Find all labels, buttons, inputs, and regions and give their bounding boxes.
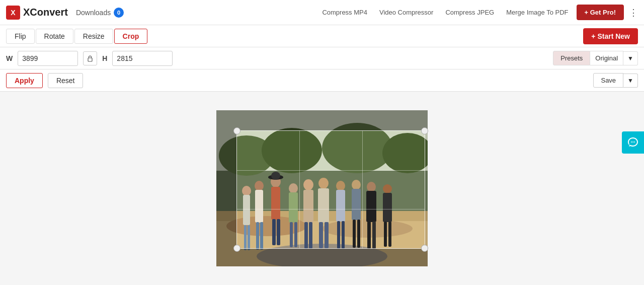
rotate-tool-button[interactable]: Rotate <box>36 29 73 44</box>
crop-tool-button[interactable]: Crop <box>114 29 148 44</box>
lock-aspect-button[interactable] <box>83 51 97 65</box>
action-row: Apply Reset Save ▼ <box>0 69 644 92</box>
logo-icon: X <box>6 6 20 20</box>
chat-widget-button[interactable] <box>622 131 644 154</box>
nav-links: Compress MP4 Video Compressor Compress J… <box>322 9 568 16</box>
grid-line-h2 <box>237 209 425 209</box>
width-input[interactable] <box>18 51 78 66</box>
nav-compress-mp4[interactable]: Compress MP4 <box>322 9 367 16</box>
crop-overlay-right <box>425 130 428 249</box>
width-label: W <box>6 54 13 62</box>
crop-box[interactable] <box>236 130 425 249</box>
presets-dropdown-button[interactable]: ▼ <box>623 51 638 65</box>
canvas-area <box>0 92 644 285</box>
reset-button[interactable]: Reset <box>48 73 84 88</box>
nav-compress-jpeg[interactable]: Compress JPEG <box>445 9 494 16</box>
logo-area: X XConvert <box>6 6 68 20</box>
grid-line-v2 <box>362 131 363 248</box>
save-dropdown-button[interactable]: ▼ <box>623 74 638 88</box>
svg-rect-0 <box>88 58 92 61</box>
height-input[interactable] <box>112 51 173 66</box>
crop-handle-bottom-left[interactable] <box>233 245 240 252</box>
downloads-button[interactable]: Downloads 0 <box>76 8 124 18</box>
nav-video-compressor[interactable]: Video Compressor <box>379 9 433 16</box>
crop-overlay-left <box>216 130 236 249</box>
apply-button[interactable]: Apply <box>6 73 43 88</box>
original-button[interactable]: Original <box>590 51 623 65</box>
crop-overlay-bottom <box>216 249 428 266</box>
toolbar: Flip Rotate Resize Crop + Start New <box>0 25 644 47</box>
grid-line-v1 <box>299 131 300 248</box>
start-new-button[interactable]: + Start New <box>583 28 638 44</box>
presets-button[interactable]: Presets <box>553 51 590 65</box>
logo-text: XConvert <box>23 7 68 18</box>
crop-grid <box>237 131 425 248</box>
resize-tool-button[interactable]: Resize <box>74 29 113 44</box>
get-pro-button[interactable]: + Get Pro! <box>577 5 624 20</box>
presets-area: Presets Original ▼ <box>553 51 638 65</box>
save-button[interactable]: Save <box>593 73 623 88</box>
image-wrapper <box>216 110 428 266</box>
nav-merge-image-pdf[interactable]: Merge Image To PDF <box>506 9 568 16</box>
lock-icon <box>87 55 94 62</box>
crop-handle-bottom-right[interactable] <box>421 245 428 252</box>
height-label: H <box>102 54 107 62</box>
chat-icon <box>627 136 639 149</box>
crop-handle-top-left[interactable] <box>233 127 240 134</box>
downloads-badge: 0 <box>114 8 124 18</box>
header: X XConvert Downloads 0 Compress MP4 Vide… <box>0 0 644 25</box>
grid-line-h1 <box>237 170 425 171</box>
svg-point-55 <box>632 141 633 142</box>
controls-row: W H Presets Original ▼ <box>0 47 644 69</box>
crop-handle-top-right[interactable] <box>421 127 428 134</box>
flip-tool-button[interactable]: Flip <box>6 29 35 44</box>
more-icon[interactable]: ⋮ <box>629 7 638 18</box>
svg-point-56 <box>634 141 635 142</box>
crop-overlay-top <box>216 110 428 130</box>
downloads-label: Downloads <box>76 9 111 17</box>
svg-point-54 <box>631 141 632 142</box>
save-area: Save ▼ <box>593 73 638 88</box>
